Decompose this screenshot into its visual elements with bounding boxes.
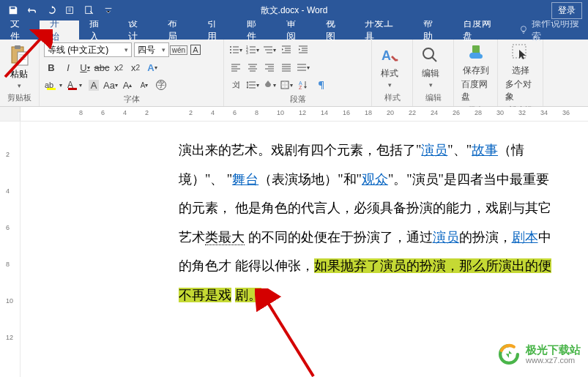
save-label-1: 保存到 [463,64,489,77]
borders-button[interactable]: ▾ [279,78,294,92]
subscript-button[interactable]: x2 [111,60,126,75]
tab-file[interactable]: 文件 [0,20,40,40]
tab-references[interactable]: 引用 [197,20,237,40]
tell-me-search[interactable]: 操作说明搜索 [518,20,588,40]
ruler-scale[interactable]: 8 6 4 2 2 4 6 8 10 12 14 16 18 20 22 24 … [21,107,588,121]
tab-layout[interactable]: 布局 [157,20,197,40]
ruler-mark: 4 [123,109,127,116]
link-actor[interactable]: 演员 [421,143,447,157]
link-script[interactable]: 剧本 [512,230,538,245]
svg-point-18 [423,48,433,59]
ruler-mark: 26 [453,109,460,116]
ribbon: 粘贴 ▾ 剪贴板 等线 (中文正文)▾ 四号▾ wén A B I U▾ abc [0,40,588,107]
grow-font-button[interactable]: A▴ [120,78,135,92]
ruler-corner [0,107,21,121]
bullets-button[interactable]: ▾ [228,42,243,57]
char-shading-button[interactable]: A [86,78,101,92]
superscript-button[interactable]: x2 [128,60,143,75]
align-right-button[interactable] [262,60,277,75]
qat-dropdown-icon[interactable] [100,1,117,19]
styles-icon: A [379,45,400,66]
tab-design[interactable]: 设计 [118,20,157,40]
tab-help[interactable]: 帮助 [413,20,453,40]
sort-button[interactable]: AZ [296,78,310,92]
save-to-baidu-button[interactable]: 保存到 百度网盘 [457,41,494,105]
link-audience[interactable]: 观众 [362,172,388,187]
tab-baidu[interactable]: 百度网盘 [453,20,511,40]
tab-review[interactable]: 审阅 [276,20,316,40]
italic-button[interactable]: I [61,60,75,75]
vruler-mark: 6 [6,224,10,231]
align-left-button[interactable] [228,60,243,75]
page-content[interactable]: 演出来的艺术。戏剧有四个元素，包括了"演员"、"故事（情境）"、 "舞台（表演场… [21,122,588,325]
paste-button[interactable]: 粘贴 ▾ [3,45,35,89]
highlight-button[interactable]: ab▾ [44,78,63,92]
font-color-button[interactable]: A▾ [65,78,84,92]
styles-button[interactable]: A 样式 ▾ [375,44,404,90]
ruler-mark: 6 [101,109,105,116]
qat-btn-5[interactable] [81,1,98,19]
ruler-vertical[interactable]: 2 4 6 8 10 12 [0,122,21,377]
svg-point-6 [230,46,231,48]
group-styles: A 样式 ▾ 样式 [372,40,413,106]
enclose-char-button[interactable]: 字 [154,78,168,92]
ruler-mark: 10 [277,109,284,116]
link-story[interactable]: 故事 [472,143,498,157]
shrink-font-button[interactable]: A▾ [137,78,152,92]
multilevel-list-button[interactable]: ▾ [262,42,277,57]
qat-btn-4[interactable] [62,1,79,19]
vruler-mark: 8 [6,261,10,268]
link-actor2[interactable]: 演员 [433,230,459,245]
line-spacing-button[interactable]: ▾ [245,78,260,92]
tab-home[interactable]: 开始 [40,20,79,40]
editing-button[interactable]: 编辑 ▾ [416,44,445,90]
font-size-combo[interactable]: 四号▾ [134,42,169,57]
distribute-button[interactable]: ▾ [296,60,310,75]
underline-button[interactable]: U▾ [78,60,92,75]
svg-rect-4 [15,45,21,49]
page[interactable]: 演出来的艺术。戏剧有四个元素，包括了"演员"、"故事（情境）"、 "舞台（表演场… [21,122,588,377]
link-stage[interactable]: 舞台 [232,172,258,187]
tab-view[interactable]: 视图 [316,20,355,40]
document-title: 散文.docx - Word [261,4,328,17]
change-case-button[interactable]: Aa▾ [103,78,118,92]
text: 的扮演， [459,230,512,245]
text-effects-button[interactable]: A▾ [145,60,160,75]
tab-mailings[interactable]: 邮件 [237,20,276,40]
tab-insert[interactable]: 插入 [79,20,119,40]
undo-icon[interactable] [23,1,41,19]
shading-button[interactable]: ▾ [262,78,277,92]
editing-label: 编辑 [422,67,439,80]
decrease-indent-button[interactable] [279,42,294,57]
ruler-mark: 4 [211,109,215,116]
select-objects-button[interactable]: 选择 多个对象 [501,41,540,105]
find-icon [420,45,441,66]
bold-button[interactable]: B [44,60,59,75]
ruler-mark: 24 [431,109,438,116]
ruler-mark: 12 [299,109,306,116]
group-paragraph: ▾ 123▾ ▾ ▾ 文 ▾ ▾ ▾ [224,40,372,106]
show-marks-button[interactable] [313,78,327,92]
save-icon[interactable] [4,1,22,19]
ruler-mark: 36 [562,109,570,116]
paste-label: 粘贴 [10,68,28,81]
watermark-name: 极光下载站 [526,344,581,357]
tab-developer[interactable]: 开发工具 [354,20,413,40]
phonetic-guide-button[interactable]: wén [171,42,186,57]
increase-indent-button[interactable] [296,42,310,57]
strikethrough-button[interactable]: abc [94,60,109,75]
group-select: 选择 多个对象 新建组 [498,40,543,106]
login-button[interactable]: 登录 [551,2,582,19]
svg-point-17 [396,59,398,61]
watermark-url: www.xz7.com [526,356,581,365]
group-save: 保存到 百度网盘 保存 [454,40,498,106]
numbering-button[interactable]: 123▾ [245,42,260,57]
group-clipboard: 粘贴 ▾ 剪贴板 [0,40,40,106]
text-direction-button[interactable]: 文 [228,78,243,92]
justify-button[interactable] [279,60,294,75]
svg-point-2 [521,26,526,31]
align-center-button[interactable] [245,60,260,75]
font-name-combo[interactable]: 等线 (中文正文)▾ [44,42,132,57]
redo-icon[interactable] [42,1,60,19]
char-border-button[interactable]: A [188,42,203,57]
